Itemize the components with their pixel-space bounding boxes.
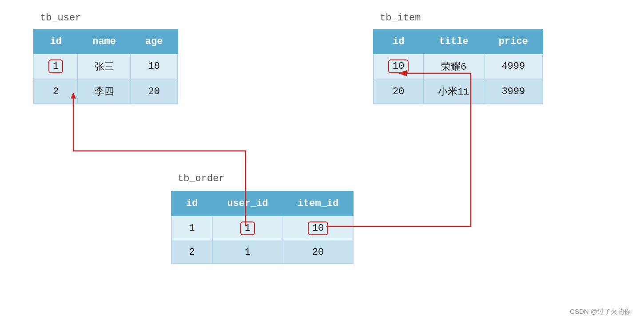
tb-item-col-id: id bbox=[374, 29, 423, 54]
table-row: 1 张三 18 bbox=[34, 54, 178, 79]
tb-item-row2-id: 20 bbox=[374, 79, 423, 104]
tb-order-label: tb_order bbox=[178, 173, 225, 184]
table-row: 20 小米11 3999 bbox=[374, 79, 543, 104]
tb-user-row1-id: 1 bbox=[34, 54, 78, 79]
tb-user-label: tb_user bbox=[40, 12, 81, 24]
tb-user-row2-name: 李四 bbox=[78, 79, 131, 104]
tb-item-row2-price: 3999 bbox=[484, 79, 543, 104]
tb-item-table: id title price 10 荣耀6 4999 20 小米11 3999 bbox=[373, 29, 543, 104]
tb-order-row1-userid: 1 bbox=[212, 216, 282, 241]
tb-order-table: id user_id item_id 1 1 10 2 1 20 bbox=[171, 191, 354, 264]
tb-user-row1-age: 18 bbox=[131, 54, 178, 79]
table-row: 2 1 20 bbox=[171, 241, 353, 264]
tb-order-row1-itemid: 10 bbox=[283, 216, 353, 241]
tb-item-label: tb_item bbox=[380, 12, 421, 24]
tb-user-table: id name age 1 张三 18 2 李四 20 bbox=[33, 29, 178, 104]
tb-order-row2-userid: 1 bbox=[212, 241, 282, 264]
tb-user-col-age: age bbox=[131, 29, 178, 54]
tb-order-row2-id: 2 bbox=[171, 241, 212, 264]
watermark: CSDN @过了火的你 bbox=[570, 308, 631, 316]
tb-item-row1-id: 10 bbox=[374, 54, 423, 79]
tb-user-col-name: name bbox=[78, 29, 131, 54]
tb-user-row2-id: 2 bbox=[34, 79, 78, 104]
tb-order-col-userid: user_id bbox=[212, 191, 282, 216]
table-row: 10 荣耀6 4999 bbox=[374, 54, 543, 79]
tb-item-row1-title: 荣耀6 bbox=[423, 54, 484, 79]
tb-item-row2-title: 小米11 bbox=[423, 79, 484, 104]
tb-user-col-id: id bbox=[34, 29, 78, 54]
tb-order-row1-id: 1 bbox=[171, 216, 212, 241]
table-row: 1 1 10 bbox=[171, 216, 353, 241]
table-row: 2 李四 20 bbox=[34, 79, 178, 104]
tb-user-row2-age: 20 bbox=[131, 79, 178, 104]
tb-item-col-price: price bbox=[484, 29, 543, 54]
tb-user-row1-name: 张三 bbox=[78, 54, 131, 79]
tb-item-col-title: title bbox=[423, 29, 484, 54]
tb-order-row2-itemid: 20 bbox=[283, 241, 353, 264]
tb-order-col-itemid: item_id bbox=[283, 191, 353, 216]
tb-order-col-id: id bbox=[171, 191, 212, 216]
tb-item-row1-price: 4999 bbox=[484, 54, 543, 79]
